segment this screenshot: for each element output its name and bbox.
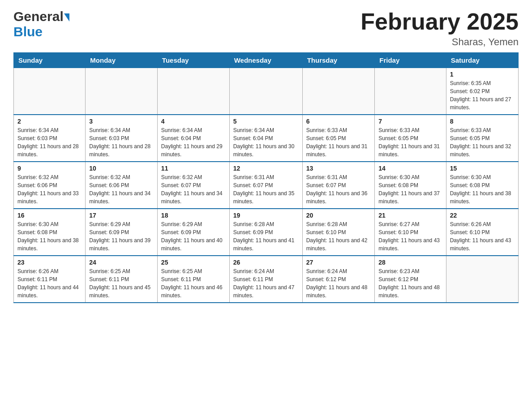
day-of-week-header: Monday <box>86 53 158 68</box>
logo-blue-text: Blue <box>13 24 43 39</box>
day-number: 27 <box>306 259 371 266</box>
calendar-day-cell: 25Sunrise: 6:25 AMSunset: 6:11 PMDayligh… <box>157 256 229 303</box>
day-number: 26 <box>233 259 299 266</box>
day-info: Sunrise: 6:33 AMSunset: 6:05 PMDaylight:… <box>306 126 371 158</box>
day-info: Sunrise: 6:31 AMSunset: 6:07 PMDaylight:… <box>306 173 371 206</box>
day-info: Sunrise: 6:32 AMSunset: 6:07 PMDaylight:… <box>161 173 226 206</box>
day-info: Sunrise: 6:24 AMSunset: 6:11 PMDaylight:… <box>233 267 299 300</box>
calendar-day-cell <box>446 256 518 303</box>
calendar-day-cell <box>14 68 86 115</box>
day-info: Sunrise: 6:28 AMSunset: 6:09 PMDaylight:… <box>233 220 299 253</box>
day-info: Sunrise: 6:25 AMSunset: 6:11 PMDaylight:… <box>161 267 226 300</box>
day-info: Sunrise: 6:33 AMSunset: 6:05 PMDaylight:… <box>450 126 515 158</box>
day-number: 12 <box>233 165 299 172</box>
day-info: Sunrise: 6:34 AMSunset: 6:03 PMDaylight:… <box>89 126 154 158</box>
day-of-week-header: Wednesday <box>229 53 302 68</box>
calendar-day-cell: 23Sunrise: 6:26 AMSunset: 6:11 PMDayligh… <box>14 256 86 303</box>
day-info: Sunrise: 6:32 AMSunset: 6:06 PMDaylight:… <box>89 173 154 206</box>
day-info: Sunrise: 6:27 AMSunset: 6:10 PMDaylight:… <box>378 220 442 253</box>
calendar-day-cell: 17Sunrise: 6:29 AMSunset: 6:09 PMDayligh… <box>86 209 158 256</box>
calendar-day-cell: 7Sunrise: 6:33 AMSunset: 6:05 PMDaylight… <box>375 115 446 162</box>
calendar-day-cell: 19Sunrise: 6:28 AMSunset: 6:09 PMDayligh… <box>229 209 302 256</box>
day-number: 18 <box>161 212 226 219</box>
calendar-table: SundayMondayTuesdayWednesdayThursdayFrid… <box>13 52 519 303</box>
logo-general-text: General <box>13 9 64 24</box>
calendar-week-row: 9Sunrise: 6:32 AMSunset: 6:06 PMDaylight… <box>14 162 519 209</box>
day-number: 13 <box>306 165 371 172</box>
calendar-day-cell: 20Sunrise: 6:28 AMSunset: 6:10 PMDayligh… <box>302 209 375 256</box>
day-info: Sunrise: 6:29 AMSunset: 6:09 PMDaylight:… <box>161 220 226 253</box>
calendar-day-cell: 15Sunrise: 6:30 AMSunset: 6:08 PMDayligh… <box>446 162 518 209</box>
calendar-day-cell <box>86 68 158 115</box>
day-number: 23 <box>17 259 82 266</box>
calendar-day-cell: 2Sunrise: 6:34 AMSunset: 6:03 PMDaylight… <box>14 115 86 162</box>
calendar-day-cell: 26Sunrise: 6:24 AMSunset: 6:11 PMDayligh… <box>229 256 302 303</box>
day-number: 24 <box>89 259 154 266</box>
day-info: Sunrise: 6:34 AMSunset: 6:03 PMDaylight:… <box>17 126 82 158</box>
title-block: February 2025 Sharas, Yemen <box>360 9 519 48</box>
day-number: 4 <box>161 118 226 125</box>
day-info: Sunrise: 6:33 AMSunset: 6:05 PMDaylight:… <box>378 126 442 158</box>
month-title: February 2025 <box>360 9 519 34</box>
day-number: 8 <box>450 118 515 125</box>
day-info: Sunrise: 6:24 AMSunset: 6:12 PMDaylight:… <box>306 267 371 300</box>
calendar-day-cell: 9Sunrise: 6:32 AMSunset: 6:06 PMDaylight… <box>14 162 86 209</box>
day-of-week-header: Saturday <box>446 53 518 68</box>
day-info: Sunrise: 6:25 AMSunset: 6:11 PMDaylight:… <box>89 267 154 300</box>
calendar-day-cell: 8Sunrise: 6:33 AMSunset: 6:05 PMDaylight… <box>446 115 518 162</box>
day-info: Sunrise: 6:32 AMSunset: 6:06 PMDaylight:… <box>17 173 82 206</box>
day-info: Sunrise: 6:26 AMSunset: 6:11 PMDaylight:… <box>17 267 82 300</box>
day-number: 16 <box>17 212 82 219</box>
day-number: 22 <box>450 212 515 219</box>
logo: General Blue <box>13 9 69 39</box>
calendar-day-cell: 28Sunrise: 6:23 AMSunset: 6:12 PMDayligh… <box>375 256 446 303</box>
day-info: Sunrise: 6:30 AMSunset: 6:08 PMDaylight:… <box>17 220 82 253</box>
day-info: Sunrise: 6:28 AMSunset: 6:10 PMDaylight:… <box>306 220 371 253</box>
calendar-day-cell: 24Sunrise: 6:25 AMSunset: 6:11 PMDayligh… <box>86 256 158 303</box>
calendar-day-cell: 4Sunrise: 6:34 AMSunset: 6:04 PMDaylight… <box>157 115 229 162</box>
calendar-day-cell <box>375 68 446 115</box>
calendar-day-cell: 5Sunrise: 6:34 AMSunset: 6:04 PMDaylight… <box>229 115 302 162</box>
calendar-day-cell: 18Sunrise: 6:29 AMSunset: 6:09 PMDayligh… <box>157 209 229 256</box>
day-of-week-header: Friday <box>375 53 446 68</box>
day-info: Sunrise: 6:23 AMSunset: 6:12 PMDaylight:… <box>378 267 442 300</box>
day-info: Sunrise: 6:29 AMSunset: 6:09 PMDaylight:… <box>89 220 154 253</box>
day-info: Sunrise: 6:26 AMSunset: 6:10 PMDaylight:… <box>450 220 515 253</box>
calendar-day-cell <box>302 68 375 115</box>
day-number: 15 <box>450 165 515 172</box>
day-number: 9 <box>17 165 82 172</box>
day-number: 17 <box>89 212 154 219</box>
calendar-header: SundayMondayTuesdayWednesdayThursdayFrid… <box>14 53 519 68</box>
day-number: 14 <box>378 165 442 172</box>
logo-arrow-icon <box>64 13 69 21</box>
day-info: Sunrise: 6:30 AMSunset: 6:08 PMDaylight:… <box>378 173 442 206</box>
days-of-week-row: SundayMondayTuesdayWednesdayThursdayFrid… <box>14 53 519 68</box>
calendar-body: 1Sunrise: 6:35 AMSunset: 6:02 PMDaylight… <box>14 68 519 303</box>
calendar-day-cell: 22Sunrise: 6:26 AMSunset: 6:10 PMDayligh… <box>446 209 518 256</box>
day-number: 20 <box>306 212 371 219</box>
day-number: 25 <box>161 259 226 266</box>
day-info: Sunrise: 6:31 AMSunset: 6:07 PMDaylight:… <box>233 173 299 206</box>
day-number: 10 <box>89 165 154 172</box>
calendar-week-row: 16Sunrise: 6:30 AMSunset: 6:08 PMDayligh… <box>14 209 519 256</box>
day-of-week-header: Thursday <box>302 53 375 68</box>
day-info: Sunrise: 6:34 AMSunset: 6:04 PMDaylight:… <box>233 126 299 158</box>
day-number: 5 <box>233 118 299 125</box>
calendar-day-cell: 12Sunrise: 6:31 AMSunset: 6:07 PMDayligh… <box>229 162 302 209</box>
day-info: Sunrise: 6:30 AMSunset: 6:08 PMDaylight:… <box>450 173 515 206</box>
day-of-week-header: Tuesday <box>157 53 229 68</box>
calendar-day-cell: 21Sunrise: 6:27 AMSunset: 6:10 PMDayligh… <box>375 209 446 256</box>
day-number: 2 <box>17 118 82 125</box>
calendar-day-cell: 27Sunrise: 6:24 AMSunset: 6:12 PMDayligh… <box>302 256 375 303</box>
calendar-day-cell: 10Sunrise: 6:32 AMSunset: 6:06 PMDayligh… <box>86 162 158 209</box>
calendar-day-cell: 14Sunrise: 6:30 AMSunset: 6:08 PMDayligh… <box>375 162 446 209</box>
day-number: 11 <box>161 165 226 172</box>
day-number: 28 <box>378 259 442 266</box>
calendar-day-cell: 16Sunrise: 6:30 AMSunset: 6:08 PMDayligh… <box>14 209 86 256</box>
day-number: 6 <box>306 118 371 125</box>
calendar-week-row: 23Sunrise: 6:26 AMSunset: 6:11 PMDayligh… <box>14 256 519 303</box>
day-info: Sunrise: 6:35 AMSunset: 6:02 PMDaylight:… <box>450 79 515 111</box>
calendar-day-cell: 6Sunrise: 6:33 AMSunset: 6:05 PMDaylight… <box>302 115 375 162</box>
location: Sharas, Yemen <box>360 36 519 48</box>
day-number: 1 <box>450 71 515 78</box>
